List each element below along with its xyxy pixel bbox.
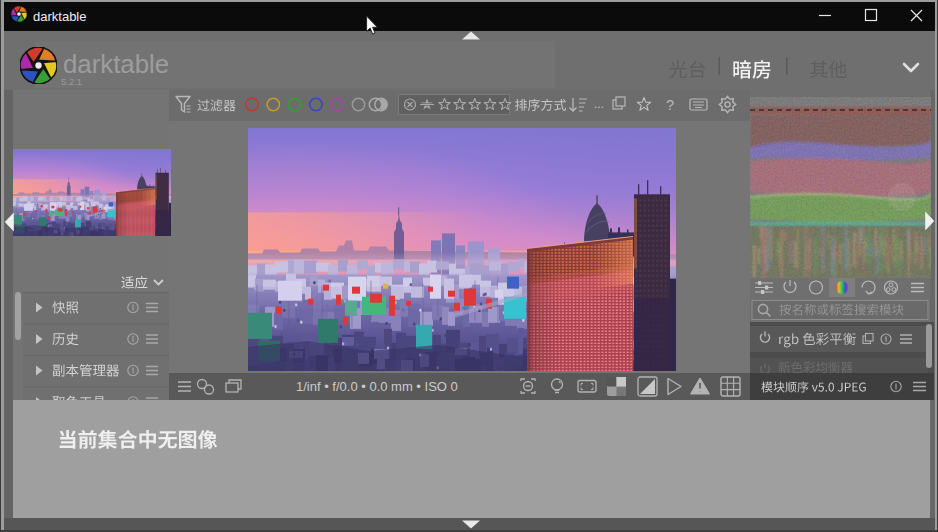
svg-text:?: ?	[666, 97, 674, 113]
svg-text:1/inf • f/0.0 • 0.0 mm • ISO 0: 1/inf • f/0.0 • 0.0 mm • ISO 0	[296, 379, 458, 394]
svg-text:...: ...	[594, 97, 604, 111]
